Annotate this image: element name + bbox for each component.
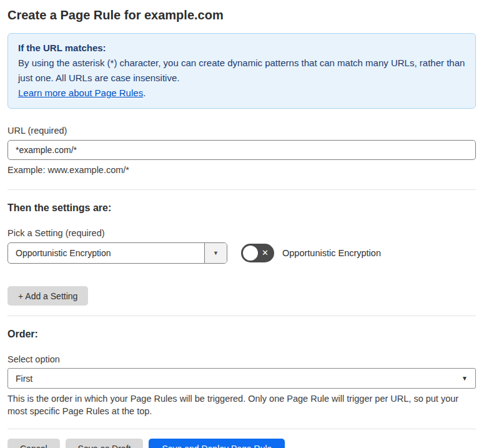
info-box-link-line: Learn more about Page Rules. [18, 86, 465, 101]
toggle-label: Opportunistic Encryption [282, 248, 381, 258]
toggle-knob [243, 246, 258, 261]
pick-setting-label: Pick a Setting (required) [7, 228, 476, 238]
add-setting-button[interactable]: + Add a Setting [7, 286, 88, 306]
order-select-label: Select option [7, 354, 476, 364]
order-section-heading: Order: [7, 329, 476, 340]
save-as-draft-button[interactable]: Save as Draft [66, 439, 144, 448]
setting-row: Opportunistic Encryption ▼ ✕ Opportunist… [7, 242, 476, 264]
opportunistic-encryption-toggle[interactable]: ✕ [241, 244, 274, 262]
order-dropdown-value: First [16, 374, 32, 384]
url-match-info-box: If the URL matches: By using the asteris… [7, 33, 476, 109]
url-input[interactable] [7, 140, 476, 160]
cancel-button[interactable]: Cancel [7, 439, 60, 448]
link-suffix: . [143, 87, 146, 98]
url-label: URL (required) [7, 126, 476, 136]
info-box-heading: If the URL matches: [18, 41, 465, 56]
create-page-rule-form: Create a Page Rule for example.com If th… [0, 8, 484, 448]
url-example-helper: Example: www.example.com/* [7, 165, 476, 175]
divider [7, 429, 476, 429]
footer-buttons: Cancel Save as Draft Save and Deploy Pag… [7, 439, 476, 448]
chevron-down-icon: ▼ [204, 243, 227, 263]
order-helper-text: This is the order in which your Page Rul… [7, 393, 473, 417]
settings-section-heading: Then the settings are: [7, 202, 476, 214]
setting-dropdown-value: Opportunistic Encryption [8, 243, 204, 263]
toggle-off-x-icon: ✕ [262, 249, 269, 257]
learn-more-link[interactable]: Learn more about Page Rules [18, 87, 143, 98]
info-box-body: By using the asterisk (*) character, you… [18, 56, 465, 86]
chevron-down-icon: ▼ [462, 375, 468, 382]
divider [7, 189, 476, 190]
setting-dropdown[interactable]: Opportunistic Encryption ▼ [7, 242, 227, 264]
save-and-deploy-button[interactable]: Save and Deploy Page Rule [149, 439, 285, 448]
order-dropdown[interactable]: First ▼ [7, 368, 476, 389]
divider [7, 316, 476, 316]
page-title: Create a Page Rule for example.com [7, 8, 476, 22]
